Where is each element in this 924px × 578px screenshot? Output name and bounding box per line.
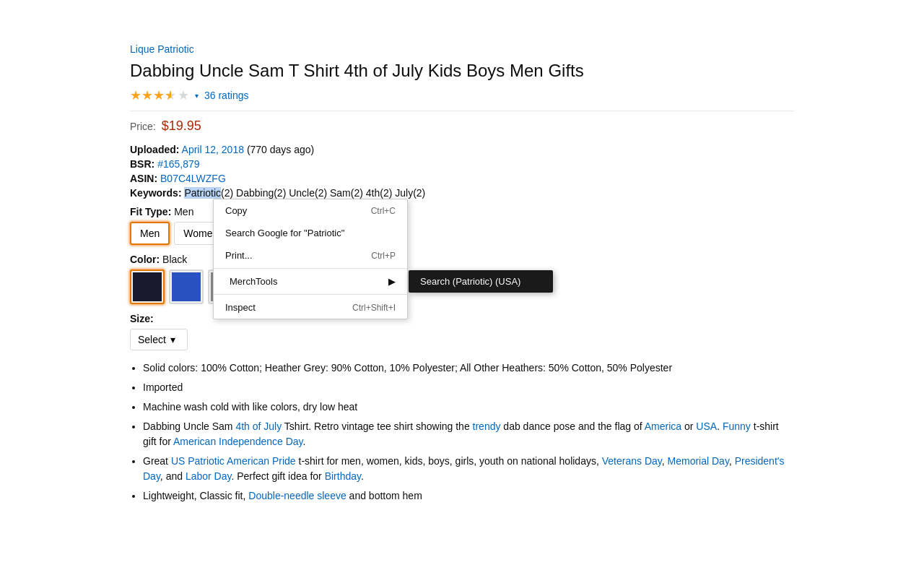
fit-type-label: Fit Type: [130,206,171,217]
context-copy[interactable]: Copy Ctrl+C [214,199,407,222]
color-value: Black [162,254,187,265]
uploaded-row: Uploaded: April 12, 2018 (770 days ago) [130,144,794,155]
context-submenu[interactable]: Search (Patriotic) (USA) [409,270,553,293]
merch-tools-left: MerchTools [225,276,277,287]
keywords-label: Keywords: [130,187,182,199]
size-select-text: Select [138,334,166,345]
bsr-row: BSR: #165,879 [130,158,794,170]
price-label: Price: [130,121,156,132]
swatch-black[interactable] [130,269,165,304]
context-inspect-shortcut: Ctrl+Shift+I [352,303,396,313]
bullet-2: Imported [143,380,794,395]
context-inspect[interactable]: Inspect Ctrl+Shift+I [214,296,407,319]
star-empty: ★ [178,87,189,103]
context-search-google[interactable]: Search Google for "Patriotic" [214,222,407,244]
keywords-rest: (2) Dabbing(2) Uncle(2) Sam(2) 4th(2) Ju… [221,187,425,199]
keyword-highlighted: Patriotic [184,187,221,199]
rating-chevron[interactable]: ▾ [195,92,199,100]
context-menu[interactable]: Copy Ctrl+C Search Google for "Patriotic… [213,199,408,319]
divider-1 [130,111,794,111]
asin-value[interactable]: B07C4LWZFG [160,173,226,184]
uploaded-date[interactable]: April 12, 2018 [182,144,244,155]
context-divider-2 [214,294,407,295]
brand-link[interactable]: Lique Patriotic [130,43,194,55]
context-search-google-label: Search Google for "Patriotic" [225,228,344,238]
context-merch-tools[interactable]: MerchTools ▶ [214,270,407,293]
context-print-label: Print... [225,250,253,261]
uploaded-label: Uploaded: [130,144,179,155]
bullet-6: Lightweight, Classic fit, Double-needle … [143,488,794,504]
context-print[interactable]: Print... Ctrl+P [214,244,407,267]
context-copy-label: Copy [225,205,247,216]
star-2: ★ [141,87,153,103]
asin-row: ASIN: B07C4LWZFG [130,173,794,184]
merch-tools-label: MerchTools [230,276,277,287]
fit-men-button[interactable]: Men [130,222,170,245]
context-divider-1 [214,268,407,269]
price-row: Price: $19.95 [130,118,794,134]
bullet-5: Great US Patriotic American Pride t-shir… [143,454,794,484]
uploaded-days: (770 days ago) [247,144,314,155]
size-select-chevron: ▾ [170,334,175,345]
rating-row: ★ ★ ★ ★ ★ ★ ▾ 36 ratings [130,87,794,103]
bullet-3: Machine wash cold with like colors, dry … [143,400,794,415]
feature-list: Solid colors: 100% Cotton; Heather Grey:… [143,361,794,504]
submenu-search-patriotic[interactable]: Search (Patriotic) (USA) [409,270,553,293]
ratings-link[interactable]: 36 ratings [204,90,248,101]
star-half: ★ ★ [165,87,178,103]
brand-row: Lique Patriotic [130,43,794,55]
context-copy-shortcut: Ctrl+C [371,206,396,216]
star-rating: ★ ★ ★ ★ ★ ★ [130,87,189,103]
bullet-1: Solid colors: 100% Cotton; Heather Grey:… [143,361,794,376]
asin-label: ASIN: [130,173,157,184]
star-1: ★ [130,87,141,103]
merch-tools-container: MerchTools ▶ Search (Patriotic) (USA) [214,270,407,293]
context-inspect-label: Inspect [225,302,256,313]
size-select-button[interactable]: Select ▾ [130,329,188,350]
bsr-value[interactable]: #165,879 [157,158,199,170]
merch-tools-arrow: ▶ [388,276,396,287]
price-value: $19.95 [162,118,201,134]
context-print-shortcut: Ctrl+P [371,251,396,261]
page-container: Lique Patriotic Dabbing Uncle Sam T Shir… [0,0,924,537]
swatch-blue[interactable] [169,269,204,304]
fit-type-value: Men [174,206,193,217]
product-title: Dabbing Uncle Sam T Shirt 4th of July Ki… [130,59,794,82]
keywords-row: Keywords: Patriotic(2) Dabbing(2) Uncle(… [130,187,794,199]
color-label: Color: [130,254,160,265]
bsr-label: BSR: [130,158,154,170]
bullet-4: Dabbing Uncle Sam 4th of July Tshirt. Re… [143,419,794,449]
star-3: ★ [153,87,165,103]
